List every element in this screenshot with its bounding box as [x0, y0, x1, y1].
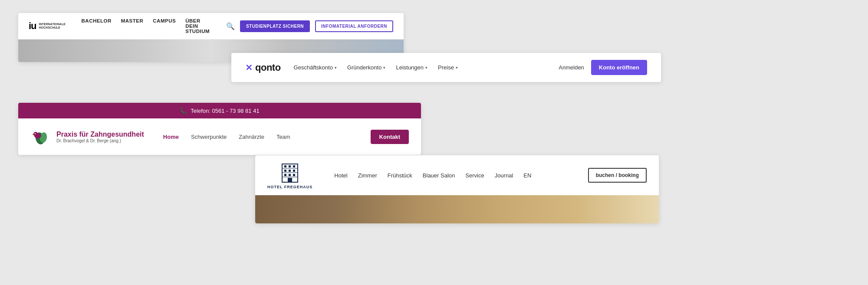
konto-eroeffnen-button[interactable]: Konto eröffnen — [591, 60, 647, 75]
qonto-nav-geschaeftskonto[interactable]: Geschäftskonto ▾ — [294, 64, 337, 71]
iu-nav-bachelor[interactable]: BACHELOR — [82, 18, 112, 34]
hotel-navbar: HOTEL FREGEHAUS Hotel Zimmer Frühstück B… — [255, 155, 659, 195]
qonto-logo-text: qonto — [255, 62, 281, 73]
iu-nav-ueber[interactable]: ÜBER DEIN STUDIUM — [185, 18, 214, 34]
chevron-down-icon: ▾ — [335, 66, 337, 70]
svg-rect-13 — [284, 170, 286, 172]
dental-logo[interactable]: Praxis für Zahngesundheit Dr. Brachvogel… — [30, 126, 144, 147]
iu-nav-links: BACHELOR MASTER CAMPUS ÜBER DEIN STUDIUM — [82, 18, 214, 34]
qonto-nav-right: Anmelden Konto eröffnen — [559, 60, 647, 75]
chevron-down-icon: ▾ — [383, 66, 385, 70]
dental-nav-links: Home Schwerpunkte Zahnärzte Team — [163, 134, 360, 140]
kontakt-button[interactable]: Kontakt — [371, 130, 409, 144]
studienplatz-button[interactable]: STUDIENPLATZ SICHERN — [240, 20, 310, 32]
dental-nav-schwerpunkte[interactable]: Schwerpunkte — [191, 134, 227, 140]
svg-rect-19 — [288, 178, 292, 182]
svg-rect-11 — [289, 165, 291, 167]
hotel-nav-journal[interactable]: Journal — [495, 172, 513, 179]
svg-rect-16 — [284, 174, 286, 176]
svg-rect-12 — [293, 165, 295, 167]
hotel-nav-service[interactable]: Service — [465, 172, 484, 179]
svg-rect-14 — [289, 170, 291, 172]
qonto-nav-links: Geschäftskonto ▾ Gründerkonto ▾ Leistung… — [294, 64, 559, 71]
iu-logo-main: iu — [29, 21, 36, 31]
svg-rect-18 — [293, 174, 295, 176]
qonto-nav-preise[interactable]: Preise ▾ — [438, 64, 458, 71]
iu-logo-sub: INTERNATIONALEHOCHSCHULE — [39, 23, 65, 30]
svg-point-5 — [35, 133, 36, 134]
buchen-button[interactable]: buchen / booking — [588, 168, 647, 183]
qonto-nav-leistungen[interactable]: Leistungen ▾ — [396, 64, 427, 71]
hotel-hero-image — [255, 195, 659, 223]
iu-navbar: iu INTERNATIONALEHOCHSCHULE BACHELOR MAS… — [18, 13, 404, 39]
qonto-nav-gruenderkonto[interactable]: Gründerkonto ▾ — [347, 64, 386, 71]
dental-nav-team[interactable]: Team — [276, 134, 290, 140]
svg-rect-10 — [284, 165, 286, 167]
hotel-nav-hotel[interactable]: Hotel — [334, 172, 347, 179]
qonto-card: ✕ qonto Geschäftskonto ▾ Gründerkonto ▾ … — [231, 53, 661, 82]
hotel-card: HOTEL FREGEHAUS Hotel Zimmer Frühstück B… — [255, 155, 659, 223]
hotel-building-icon — [279, 161, 301, 184]
chevron-down-icon: ▾ — [456, 66, 458, 70]
qonto-navbar: ✕ qonto Geschäftskonto ▾ Gründerkonto ▾ … — [231, 53, 661, 82]
search-icon[interactable]: 🔍 — [226, 22, 235, 30]
qonto-logo[interactable]: ✕ qonto — [245, 62, 281, 73]
infomaterial-button[interactable]: INFOMATERIAL ANFORDERN — [315, 20, 393, 32]
dental-navbar: Praxis für Zahngesundheit Dr. Brachvogel… — [18, 118, 421, 155]
qonto-anmelden-link[interactable]: Anmelden — [559, 64, 584, 71]
hotel-logo[interactable]: HOTEL FREGEHAUS — [267, 161, 312, 189]
chevron-down-icon: ▾ — [425, 66, 427, 70]
hotel-nav-fruehstueck[interactable]: Frühstück — [388, 172, 412, 179]
hotel-nav-zimmer[interactable]: Zimmer — [358, 172, 377, 179]
dental-card: 📞 Telefon: 0561 - 73 98 81 41 — [18, 103, 421, 155]
dental-top-bar: 📞 Telefon: 0561 - 73 98 81 41 — [18, 103, 421, 118]
svg-marker-4 — [32, 134, 33, 135]
iu-nav-master[interactable]: MASTER — [121, 18, 144, 34]
svg-rect-17 — [289, 174, 291, 176]
svg-point-3 — [33, 132, 38, 136]
iu-nav-campus[interactable]: CAMPUS — [153, 18, 176, 34]
dental-logo-text: Praxis für Zahngesundheit Dr. Brachvogel… — [56, 131, 144, 143]
iu-nav-right: 🔍 STUDIENPLATZ SICHERN INFOMATERIAL ANFO… — [226, 20, 393, 32]
dental-nav-home[interactable]: Home — [163, 134, 179, 140]
hotel-nav-blauer-salon[interactable]: Blauer Salon — [423, 172, 455, 179]
qonto-x-icon: ✕ — [245, 62, 253, 73]
dental-nav-zahnaerzte[interactable]: Zahnärzte — [239, 134, 264, 140]
phone-icon: 📞 — [180, 107, 187, 114]
hotel-logo-name: HOTEL FREGEHAUS — [267, 185, 312, 189]
svg-rect-15 — [293, 170, 295, 172]
dental-bird-icon — [30, 126, 51, 147]
iu-logo[interactable]: iu INTERNATIONALEHOCHSCHULE — [29, 21, 65, 31]
hotel-nav-en[interactable]: EN — [523, 172, 531, 179]
hotel-nav-links: Hotel Zimmer Frühstück Blauer Salon Serv… — [334, 172, 579, 179]
dental-phone-text: Telefon: 0561 - 73 98 81 41 — [191, 108, 259, 114]
